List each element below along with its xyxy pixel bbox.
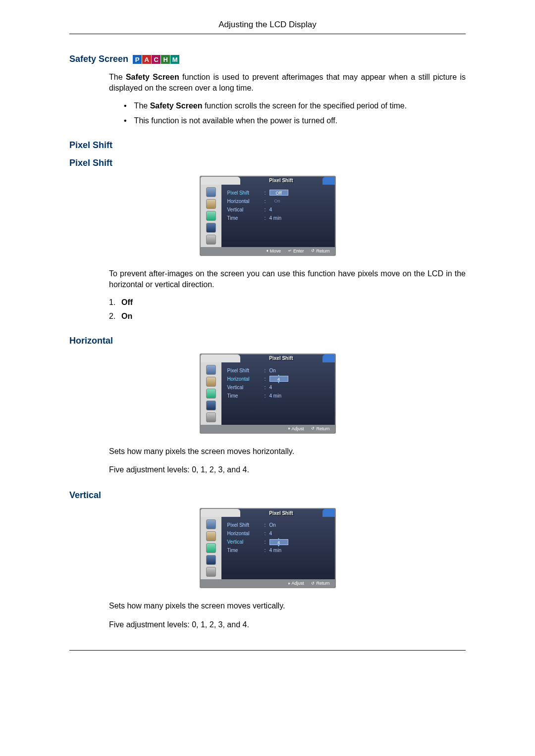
osd-titlebar: Pixel Shift — [201, 509, 335, 517]
osd-footer: ♦Adjust ↺Return — [201, 425, 335, 433]
osd-titlebar-right — [322, 177, 335, 185]
badge-p: P — [133, 55, 142, 64]
osd-label-horizontal: Horizontal — [227, 531, 265, 536]
bottom-rule — [69, 650, 466, 651]
osd-label-pixel-shift: Pixel Shift — [227, 190, 265, 196]
osd-title: Pixel Shift — [240, 510, 322, 516]
osd-row-horizontal: Horizontal : On — [227, 197, 329, 205]
section-title-safety-screen: Safety Screen P A C H M — [69, 54, 466, 64]
osd-content: Pixel Shift : On Horizontal : 4 Vertical… — [221, 517, 335, 579]
osd-value-vertical: 4 — [269, 539, 288, 545]
osd-menu: Pixel Shift Pixel Shift : Off — [200, 176, 336, 256]
osd-label-vertical: Vertical — [227, 207, 265, 212]
osd-content: Pixel Shift : On Horizontal : 4 Vertical… — [221, 362, 335, 425]
bullet-item: This function is not available when the … — [124, 116, 466, 125]
osd-row-vertical: Vertical : 4 — [227, 205, 329, 214]
osd-titlebar-right — [322, 354, 335, 362]
osd-icon-multi — [206, 412, 216, 422]
document-page: Adjusting the LCD Display Safety Screen … — [69, 20, 466, 651]
osd-value-horizontal: 4 — [269, 376, 288, 382]
osd-title: Pixel Shift — [240, 355, 322, 361]
osd-titlebar-left — [201, 177, 240, 185]
osd-footer: ♦Adjust ↺Return — [201, 579, 335, 587]
osd-option-on: On — [274, 199, 280, 203]
osd-value-time: 4 min — [269, 215, 281, 221]
pixel-shift-options: 1.Off 2.On — [109, 298, 466, 321]
bullet1-suffix: function scrolls the screen for the spec… — [202, 101, 407, 110]
page-header: Adjusting the LCD Display — [69, 20, 466, 34]
osd-value-vertical: 4 — [269, 385, 272, 390]
mode-badges: P A C H M — [133, 55, 179, 64]
osd-label-time: Time — [227, 215, 265, 221]
osd-footer-return: ↺Return — [311, 581, 329, 586]
osd-row-horizontal: Horizontal : 4 — [227, 375, 329, 383]
osd-title: Pixel Shift — [240, 178, 322, 183]
osd-value-pixel-shift: Off — [269, 190, 288, 196]
osd-footer: ♦Move ↵Enter ↺Return — [201, 247, 335, 255]
osd-titlebar-left — [201, 354, 240, 362]
osd-titlebar-left — [201, 509, 240, 517]
osd-value-time: 4 min — [269, 393, 281, 399]
vertical-desc1: Sets how many pixels the screen moves ve… — [109, 601, 466, 611]
osd-icon-picture — [206, 519, 216, 529]
horizontal-desc1: Sets how many pixels the screen moves ho… — [109, 446, 466, 457]
osd-icon-setup — [206, 401, 216, 410]
osd-label-horizontal: Horizontal — [227, 199, 265, 204]
badge-a: A — [142, 55, 151, 64]
bullet1-prefix: The — [134, 101, 150, 110]
osd-screenshot-horizontal: Pixel Shift Pixel Shift : On — [69, 353, 466, 434]
osd-row-time: Time : 4 min — [227, 392, 329, 400]
osd-label-pixel-shift: Pixel Shift — [227, 368, 265, 373]
osd-titlebar: Pixel Shift — [201, 177, 335, 185]
osd-label-vertical: Vertical — [227, 539, 265, 545]
osd-row-vertical: Vertical : 4 — [227, 538, 329, 546]
osd-screenshot-vertical: Pixel Shift Pixel Shift : On — [69, 508, 466, 588]
pixel-shift-desc: To prevent after-images on the screen yo… — [109, 268, 466, 291]
osd-row-pixel-shift: Pixel Shift : On — [227, 521, 329, 529]
osd-label-pixel-shift: Pixel Shift — [227, 522, 265, 528]
osd-body: Pixel Shift : On Horizontal : 4 Vertical… — [201, 362, 335, 425]
osd-body: Pixel Shift : Off Horizontal : On Vertic… — [201, 185, 335, 247]
osd-icon-sound — [206, 377, 216, 387]
osd-icon-timer — [206, 211, 216, 221]
osd-icon-setup — [206, 223, 216, 233]
horizontal-desc2: Five adjustment levels: 0, 1, 2, 3, and … — [109, 464, 466, 475]
safety-screen-intro: The Safety Screen function is used to pr… — [109, 72, 466, 94]
osd-body: Pixel Shift : On Horizontal : 4 Vertical… — [201, 517, 335, 579]
osd-label-time: Time — [227, 548, 265, 553]
osd-value-horizontal: 4 — [269, 531, 272, 536]
osd-icon-picture — [206, 187, 216, 197]
vertical-desc2: Five adjustment levels: 0, 1, 2, 3, and … — [109, 619, 466, 630]
osd-icon-picture — [206, 365, 216, 375]
osd-footer-adjust: ♦Adjust — [288, 581, 304, 586]
osd-icon-timer — [206, 543, 216, 553]
osd-label-time: Time — [227, 393, 265, 399]
safety-screen-bullets: The Safety Screen function scrolls the s… — [124, 101, 466, 125]
osd-label-vertical: Vertical — [227, 385, 265, 390]
osd-icon-setup — [206, 555, 216, 565]
osd-icon-sound — [206, 199, 216, 209]
osd-footer-adjust: ♦Adjust — [288, 426, 304, 431]
osd-icon-timer — [206, 389, 216, 399]
osd-icon-sound — [206, 531, 216, 541]
option-on: 2.On — [109, 312, 466, 321]
osd-value-time: 4 min — [269, 548, 281, 553]
section-title-pixel-shift-1: Pixel Shift — [69, 140, 466, 151]
badge-m: M — [170, 55, 179, 64]
osd-footer-enter: ↵Enter — [288, 249, 304, 253]
bullet2-text: This function is not available when the … — [134, 116, 338, 125]
osd-footer-return: ↺Return — [311, 249, 329, 253]
osd-titlebar: Pixel Shift — [201, 354, 335, 362]
osd-sidebar — [201, 362, 221, 425]
osd-sidebar — [201, 185, 221, 247]
section-title-pixel-shift-2: Pixel Shift — [69, 158, 466, 168]
osd-footer-return: ↺Return — [311, 426, 329, 431]
osd-menu: Pixel Shift Pixel Shift : On — [200, 353, 336, 434]
badge-c: C — [152, 55, 160, 64]
osd-icon-multi — [206, 235, 216, 245]
option-off: 1.Off — [109, 298, 466, 307]
osd-content: Pixel Shift : Off Horizontal : On Vertic… — [221, 185, 335, 247]
osd-menu: Pixel Shift Pixel Shift : On — [200, 508, 336, 588]
osd-value-pixel-shift: On — [269, 522, 276, 528]
osd-row-time: Time : 4 min — [227, 214, 329, 222]
